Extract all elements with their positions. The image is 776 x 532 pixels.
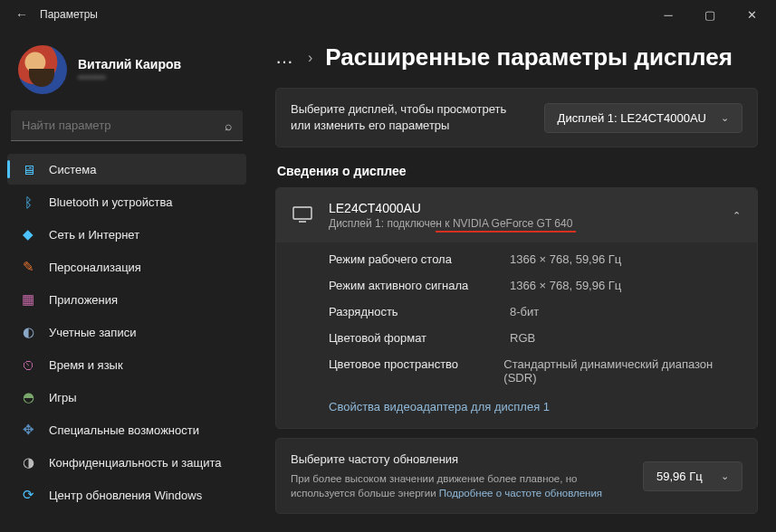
- nav-item-7[interactable]: ◓Игры: [7, 382, 246, 413]
- nav-icon: ◑: [20, 454, 36, 470]
- nav-item-0[interactable]: 🖥Система: [7, 154, 246, 185]
- nav-icon: ✎: [20, 259, 36, 275]
- window-title: Параметры: [40, 8, 98, 21]
- property-key: Режим активного сигнала: [329, 279, 510, 292]
- page-title: Расширенные параметры дисплея: [325, 43, 733, 71]
- property-key: Цветовое пространство: [329, 357, 503, 385]
- search-box[interactable]: ⌕: [11, 110, 243, 141]
- nav-item-2[interactable]: ◆Сеть и Интернет: [7, 219, 246, 250]
- property-value: Стандартный динамический диапазон (SDR): [503, 357, 741, 385]
- nav-icon: ▦: [20, 291, 36, 308]
- nav-item-5[interactable]: ◐Учетные записи: [7, 317, 246, 347]
- display-properties: Режим рабочего стола1366 × 768, 59,96 Гц…: [276, 242, 757, 428]
- chevron-up-icon: ⌃: [733, 210, 741, 222]
- display-info-heading: Сведения о дисплее: [277, 164, 758, 178]
- nav-icon: ⏲: [20, 356, 36, 373]
- search-icon: ⌕: [225, 119, 232, 133]
- nav-label: Приложения: [49, 293, 118, 307]
- display-selector-prompt: Выберите дисплей, чтобы просмотреть или …: [291, 101, 530, 134]
- display-info-card: LE24CT4000AU Дисплей 1: подключен к NVID…: [275, 187, 758, 429]
- nav-item-10[interactable]: ⟳Центр обновления Windows: [7, 480, 246, 510]
- user-name: Виталий Каиров: [78, 57, 181, 71]
- nav-label: Конфиденциальность и защита: [49, 456, 222, 470]
- refresh-rate-dropdown[interactable]: 59,96 Гц ⌄: [643, 461, 742, 491]
- nav-item-1[interactable]: ᛒBluetooth и устройства: [7, 186, 246, 217]
- refresh-learn-more[interactable]: Подробнее о частоте обновления: [439, 488, 602, 499]
- property-key: Разрядность: [329, 305, 510, 318]
- nav-label: Система: [49, 163, 96, 176]
- nav-item-8[interactable]: ✥Специальные возможности: [7, 414, 246, 445]
- user-profile[interactable]: Виталий Каиров ••••••••: [7, 36, 246, 110]
- property-value: 1366 × 768, 59,96 Гц: [510, 279, 621, 292]
- nav-item-4[interactable]: ▦Приложения: [7, 284, 246, 315]
- nav-label: Bluetooth и устройства: [49, 195, 172, 209]
- nav-icon: ✥: [20, 422, 36, 438]
- property-value: 8-бит: [510, 305, 539, 318]
- breadcrumb-more[interactable]: …: [275, 47, 295, 68]
- nav-item-3[interactable]: ✎Персонализация: [7, 252, 246, 282]
- display-info-header[interactable]: LE24CT4000AU Дисплей 1: подключен к NVID…: [276, 188, 757, 242]
- property-row: Режим рабочего стола1366 × 768, 59,96 Гц: [329, 246, 741, 272]
- avatar: [18, 45, 67, 94]
- nav-label: Центр обновления Windows: [49, 489, 202, 502]
- nav-label: Игры: [49, 391, 77, 404]
- adapter-properties-link[interactable]: Свойства видеоадаптера для дисплея 1: [329, 391, 741, 417]
- nav-label: Персонализация: [49, 261, 141, 274]
- nav-label: Учетные записи: [49, 326, 136, 339]
- display-selector-panel: Выберите дисплей, чтобы просмотреть или …: [275, 88, 758, 147]
- nav-label: Время и язык: [49, 358, 123, 372]
- search-input[interactable]: [22, 119, 225, 132]
- nav-item-9[interactable]: ◑Конфиденциальность и защита: [7, 447, 246, 478]
- nav-icon: ◓: [20, 389, 36, 405]
- display-name: LE24CT4000AU: [329, 201, 716, 215]
- display-dropdown-value: Дисплей 1: LE24CT4000AU: [558, 111, 706, 125]
- property-key: Цветовой формат: [329, 331, 510, 345]
- nav-label: Сеть и Интернет: [49, 228, 139, 242]
- nav-label: Специальные возможности: [49, 423, 199, 437]
- minimize-button[interactable]: ─: [647, 0, 689, 29]
- nav-list: 🖥СистемаᛒBluetooth и устройства◆Сеть и И…: [7, 154, 246, 510]
- display-dropdown[interactable]: Дисплей 1: LE24CT4000AU ⌄: [544, 103, 742, 133]
- refresh-rate-value: 59,96 Гц: [656, 470, 703, 483]
- nav-icon: ◆: [20, 226, 36, 242]
- close-button[interactable]: ✕: [731, 0, 772, 29]
- chevron-right-icon: ›: [308, 50, 312, 66]
- property-row: Цветовой форматRGB: [329, 325, 741, 351]
- property-value: RGB: [510, 331, 535, 345]
- display-connection: Дисплей 1: подключен к NVIDIA GeForce GT…: [329, 217, 572, 230]
- chevron-down-icon: ⌄: [721, 470, 729, 482]
- breadcrumb: … › Расширенные параметры дисплея: [275, 43, 758, 71]
- svg-rect-0: [293, 207, 311, 219]
- refresh-title: Выберите частоту обновления: [291, 451, 628, 468]
- user-email: ••••••••: [78, 71, 181, 82]
- monitor-icon: [292, 206, 312, 225]
- property-value: 1366 × 768, 59,96 Гц: [510, 252, 621, 266]
- property-row: Цветовое пространствоСтандартный динамич…: [329, 351, 741, 391]
- property-row: Режим активного сигнала1366 × 768, 59,96…: [329, 272, 741, 299]
- maximize-button[interactable]: ▢: [689, 0, 731, 29]
- refresh-rate-panel: Выберите частоту обновления При более вы…: [275, 438, 758, 513]
- nav-icon: ⟳: [20, 487, 36, 503]
- property-key: Режим рабочего стола: [329, 252, 510, 266]
- nav-icon: ᛒ: [20, 194, 36, 210]
- nav-icon: ◐: [20, 324, 36, 340]
- chevron-down-icon: ⌄: [721, 112, 729, 124]
- property-row: Разрядность8-бит: [329, 299, 741, 325]
- highlight-underline: [436, 231, 576, 233]
- back-button[interactable]: ←: [4, 7, 40, 22]
- nav-icon: 🖥: [20, 161, 36, 177]
- nav-item-6[interactable]: ⏲Время и язык: [7, 349, 246, 380]
